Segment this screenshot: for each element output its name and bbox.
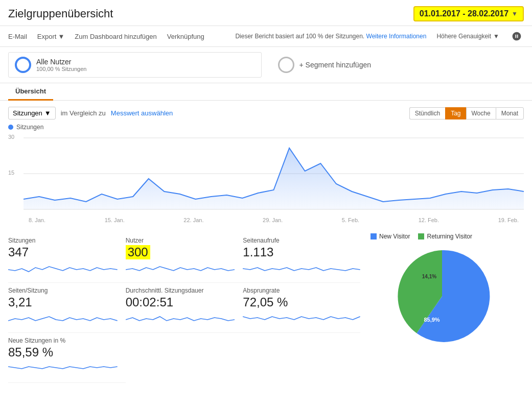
metric-neue-sitzungen: Neue Sitzungen in % 85,59 %	[8, 333, 126, 383]
sitzungen-dropdown[interactable]: Sitzungen ▼	[8, 107, 56, 119]
export-label: Export	[37, 33, 57, 40]
metrics-row2: Seiten/Sitzung 3,21 Durchschnittl. Sitzu…	[8, 283, 360, 333]
sparkline-seiten-sitzung	[8, 309, 118, 325]
segment-divider	[262, 52, 272, 78]
segment-name: Alle Nutzer	[36, 58, 86, 66]
pie-chart: 85,9% 14,1%	[391, 245, 493, 347]
email-button[interactable]: E-Mail	[8, 33, 27, 40]
pie-legend-returning-visitor: Returning Visitor	[418, 233, 472, 240]
sparkline-sitzungen	[8, 259, 118, 275]
date-range-badge[interactable]: 01.01.2017 - 28.02.2017 ▼	[413, 6, 524, 21]
returning-visitor-color	[418, 233, 424, 239]
x-label-0: 8. Jan.	[29, 217, 45, 223]
chart-legend: Sitzungen	[8, 124, 524, 131]
new-visitor-label: New Visitor	[379, 233, 410, 240]
accuracy-arrow-icon: ▼	[493, 33, 499, 40]
accuracy-label: Höhere Genauigkeit	[436, 33, 491, 40]
metric-nutzer-label: Nutzer	[126, 237, 235, 244]
accuracy-select[interactable]: Höhere Genauigkeit ▼	[436, 33, 499, 40]
metric-seitenaufrufe-value: 1.113	[243, 245, 360, 259]
chart-area: 30 15 8. Jan. 15. Jan. 22. Jan. 29. Jan.	[8, 133, 524, 225]
period-woche[interactable]: Woche	[466, 107, 496, 119]
sparkline-absprungrate	[243, 309, 360, 325]
period-stundlich[interactable]: Stündlich	[409, 107, 445, 119]
metric-nutzer: Nutzer 300	[126, 233, 243, 283]
sparkline-sitzungsdauer	[126, 309, 235, 325]
export-arrow-icon: ▼	[58, 33, 64, 40]
x-label-3: 29. Jan.	[263, 217, 283, 223]
metric-seitenaufrufe-label: Seitenaufrufe	[243, 237, 360, 244]
new-visitor-color	[371, 233, 377, 239]
period-monat[interactable]: Monat	[496, 107, 524, 119]
sitzungen-legend-dot	[8, 125, 13, 130]
x-labels: 8. Jan. 15. Jan. 22. Jan. 29. Jan. 5. Fe…	[24, 216, 524, 223]
export-button[interactable]: Export ▼	[37, 33, 64, 40]
x-label-2: 22. Jan.	[183, 217, 203, 223]
toolbar-left: E-Mail Export ▼ Zum Dashboard hinzufügen…	[8, 33, 225, 40]
page-title: Zielgruppenübersicht	[8, 7, 113, 20]
settings-icon	[512, 31, 522, 41]
metrics-row1: Sitzungen 347 Nutzer 300 Seitenaufrufe 1…	[8, 233, 360, 283]
compare-text: im Vergleich zu	[61, 109, 106, 117]
x-label-6: 19. Feb.	[498, 217, 519, 223]
metric-seiten-sitzung-label: Seiten/Sitzung	[8, 287, 118, 294]
settings-icon-button[interactable]	[510, 29, 524, 43]
segment-box-all-users: Alle Nutzer 100,00 % Sitzungen	[8, 52, 262, 78]
returning-visitor-label: Returning Visitor	[427, 233, 472, 240]
sitzungen-label: Sitzungen	[13, 109, 42, 117]
period-tag[interactable]: Tag	[445, 107, 466, 119]
metrics-left: Sitzungen 347 Nutzer 300 Seitenaufrufe 1…	[8, 233, 360, 383]
metric-sitzungsdauer: Durchschnittl. Sitzungsdauer 00:02:51	[126, 283, 243, 333]
info-text: Dieser Bericht basiert auf 100 % der Sit…	[235, 33, 364, 40]
segment-circle-icon	[15, 57, 31, 73]
metric-sitzungen-label: Sitzungen	[8, 237, 118, 244]
metric-seiten-sitzung: Seiten/Sitzung 3,21	[8, 283, 126, 333]
toolbar: E-Mail Export ▼ Zum Dashboard hinzufügen…	[0, 26, 532, 47]
pie-chart-svg: 85,9% 14,1%	[391, 245, 493, 347]
metric-seitenaufrufe: Seitenaufrufe 1.113	[243, 233, 360, 283]
x-label-5: 12. Feb.	[419, 217, 439, 223]
metric-neue-sitzungen-label: Neue Sitzungen in %	[8, 337, 118, 344]
date-range-arrow-icon: ▼	[512, 10, 518, 17]
more-info-link[interactable]: Weitere Informationen	[366, 33, 427, 40]
tab-ubersicht[interactable]: Übersicht	[8, 83, 53, 101]
metric-sitzungsdauer-value: 00:02:51	[126, 295, 235, 309]
metric-neue-sitzungen-value: 85,59 %	[8, 345, 118, 359]
segment-sub: 100,00 % Sitzungen	[36, 66, 86, 72]
segment-add-label: + Segment hinzufügen	[299, 61, 372, 69]
metric-sitzungen-value: 347	[8, 245, 118, 259]
pie-new-visitor-pct: 85,9%	[424, 317, 440, 323]
chart-section: Sitzungen ▼ im Vergleich zu Messwert aus…	[0, 101, 532, 225]
pie-returning-visitor-pct: 14,1%	[422, 274, 436, 279]
metrics-right: New Visitor Returning Visitor 85,9% 14,1…	[360, 233, 524, 383]
page-header: Zielgruppenübersicht 01.01.2017 - 28.02.…	[0, 0, 532, 26]
metric-nutzer-value: 300	[126, 245, 150, 259]
segment-section: Alle Nutzer 100,00 % Sitzungen + Segment…	[0, 47, 532, 83]
metric-absprungrate: Absprungrate 72,05 %	[243, 283, 360, 333]
segment-info: Alle Nutzer 100,00 % Sitzungen	[36, 58, 86, 72]
measure-link[interactable]: Messwert auswählen	[111, 109, 173, 117]
metric-sitzungen: Sitzungen 347	[8, 233, 126, 283]
sparkline-seitenaufrufe	[243, 259, 360, 275]
x-label-4: 5. Feb.	[342, 217, 359, 223]
metric-seiten-sitzung-value: 3,21	[8, 295, 118, 309]
toolbar-info: Dieser Bericht basiert auf 100 % der Sit…	[235, 33, 426, 40]
dashboard-button[interactable]: Zum Dashboard hinzufügen	[75, 33, 156, 40]
metrics-row3: Neue Sitzungen in % 85,59 %	[8, 333, 360, 383]
segment-add-circle-icon	[278, 57, 294, 73]
metrics-section: Sitzungen 347 Nutzer 300 Seitenaufrufe 1…	[0, 225, 532, 383]
date-range-text: 01.01.2017 - 28.02.2017	[420, 9, 508, 18]
tabs-bar: Übersicht	[0, 83, 532, 101]
period-buttons: Stündlich Tag Woche Monat	[409, 107, 524, 119]
pie-legend: New Visitor Returning Visitor	[360, 233, 524, 240]
y-label-15: 15	[8, 170, 14, 176]
metric-sitzungsdauer-label: Durchschnittl. Sitzungsdauer	[126, 287, 235, 294]
segment-add-button[interactable]: + Segment hinzufügen	[272, 52, 524, 78]
metric-absprungrate-label: Absprungrate	[243, 287, 360, 294]
sparkline-neue-sitzungen	[8, 359, 118, 375]
pie-legend-new-visitor: New Visitor	[371, 233, 410, 240]
line-chart-svg	[24, 133, 524, 214]
sparkline-nutzer	[126, 259, 235, 275]
link-button[interactable]: Verknüpfung	[167, 33, 204, 40]
metric-absprungrate-value: 72,05 %	[243, 295, 360, 309]
